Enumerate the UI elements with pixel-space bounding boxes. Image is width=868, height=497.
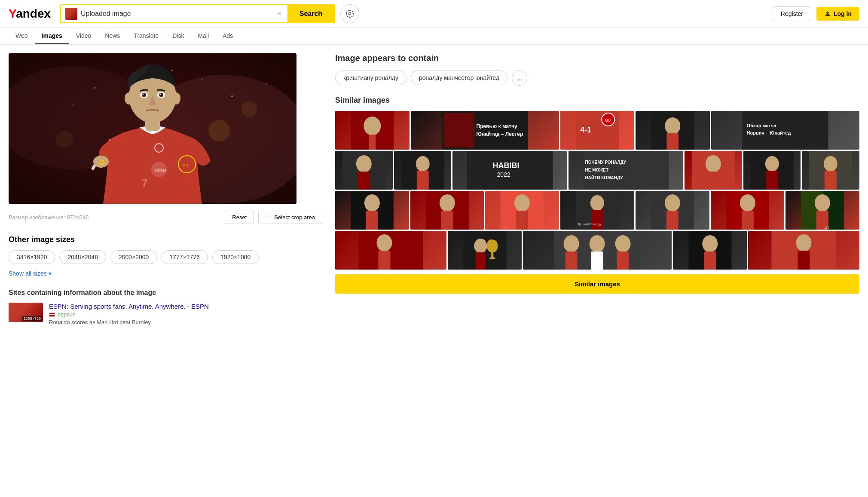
svg-point-86 <box>440 194 455 212</box>
sim-r2-3: Данный Роналду... <box>560 191 634 230</box>
logo[interactable]: Yandex <box>9 7 51 21</box>
svg-text:НЕ МОЖЕТ: НЕ МОЖЕТ <box>585 168 608 172</box>
nav-mail[interactable]: Mail <box>191 28 216 44</box>
search-input-text: Uploaded image <box>81 10 272 18</box>
similar-image-1-3[interactable]: ПОЧЕМУ РОНАЛДУ НЕ МОЖЕТ НАЙТИ КОМАНДУ <box>568 151 683 190</box>
svg-rect-97 <box>666 211 679 230</box>
nav-disk[interactable]: Disk <box>165 28 191 44</box>
site-info: ESPN: Serving sports fans. Anytime. Anyw… <box>49 303 322 325</box>
sim-r1-2: HABIBI 2022 <box>452 151 567 190</box>
size-tag-3[interactable]: 1777×1776 <box>161 250 208 264</box>
similar-image-2-6[interactable]: OT <box>785 191 859 230</box>
size-tag-4[interactable]: 1920×1080 <box>212 250 259 264</box>
svg-rect-61 <box>358 172 370 190</box>
tag-0[interactable]: криштиану роналду <box>335 71 406 85</box>
similar-image-3-0[interactable] <box>335 231 446 270</box>
svg-text:7: 7 <box>142 177 147 189</box>
svg-rect-106 <box>358 231 423 270</box>
svg-rect-81 <box>809 151 852 190</box>
tag-1[interactable]: роналду манчестер юнайтед <box>411 71 507 85</box>
nav-video[interactable]: Video <box>69 28 98 44</box>
size-tag-2[interactable]: 2000×2000 <box>110 250 157 264</box>
size-tag-1[interactable]: 2048×2048 <box>59 250 106 264</box>
more-tags-button[interactable]: ... <box>512 70 527 86</box>
similar-image-0-4[interactable]: Обзор матча Норвич – Юнайтед <box>711 111 859 150</box>
svg-point-24 <box>172 92 180 104</box>
image-tags-row: криштиану роналду роналду манчестер юнай… <box>335 70 859 86</box>
svg-point-76 <box>765 156 779 172</box>
select-crop-button[interactable]: Select crop area <box>258 211 322 224</box>
search-button[interactable]: Search <box>287 5 334 22</box>
sim-img-0-2-svg: 4-1 MU <box>560 111 635 150</box>
svg-rect-46 <box>444 113 474 147</box>
chevron-down-icon: ▾ <box>49 270 52 277</box>
show-all-sizes-button[interactable]: Show all sizes ▾ <box>9 270 52 277</box>
size-tag-0[interactable]: 3416×1920 <box>9 250 55 264</box>
similar-image-1-2[interactable]: HABIBI 2022 <box>452 151 567 190</box>
similar-image-0-2[interactable]: 4-1 MU <box>560 111 635 150</box>
clear-search-button[interactable]: × <box>275 8 283 19</box>
similar-image-0-1[interactable]: Превью к матчу Юнайтед – Лестер <box>411 111 559 150</box>
nav-images[interactable]: Images <box>35 28 69 44</box>
nav-web[interactable]: Web <box>9 28 35 44</box>
similar-image-2-4[interactable] <box>636 191 709 230</box>
svg-rect-118 <box>617 252 629 270</box>
login-button[interactable]: Log in <box>816 7 859 21</box>
similar-image-3-1[interactable] <box>448 231 522 270</box>
svg-point-36 <box>56 131 73 148</box>
svg-point-34 <box>208 120 230 141</box>
sim-r2-4 <box>636 191 709 230</box>
similar-image-1-6[interactable] <box>802 151 859 190</box>
sim-img-0-1-svg: Превью к матчу Юнайтед – Лестер <box>411 111 559 150</box>
svg-point-107 <box>376 234 392 252</box>
svg-point-60 <box>356 155 372 172</box>
similar-image-1-4[interactable] <box>685 151 742 190</box>
svg-rect-111 <box>475 252 486 270</box>
svg-rect-116 <box>591 252 603 270</box>
right-column: Image appears to contain криштиану ронал… <box>335 53 859 325</box>
similar-image-1-5[interactable] <box>743 151 801 190</box>
similar-image-0-0[interactable] <box>335 111 410 150</box>
user-icon <box>824 10 831 17</box>
camera-search-button[interactable] <box>340 4 359 23</box>
logo-andex: andex <box>16 7 51 20</box>
similar-image-3-2[interactable] <box>523 231 671 270</box>
similar-row-0: Превью к матчу Юнайтед – Лестер 4-1 MU <box>335 111 859 150</box>
similar-image-2-1[interactable] <box>410 191 484 230</box>
similar-image-2-0[interactable] <box>335 191 409 230</box>
similar-images-button[interactable]: Similar images <box>335 274 859 294</box>
svg-text:OT: OT <box>825 226 829 230</box>
uploaded-image-container: adidas MU 7 <box>9 53 296 204</box>
similar-image-2-3[interactable]: Данный Роналду... <box>560 191 634 230</box>
similar-image-2-2[interactable] <box>485 191 559 230</box>
similar-image-3-4[interactable] <box>748 231 859 270</box>
svg-point-110 <box>474 239 487 253</box>
similar-image-1-1[interactable] <box>394 151 452 190</box>
register-button[interactable]: Register <box>773 6 811 21</box>
nav-translate[interactable]: Translate <box>127 28 165 44</box>
similar-image-2-5[interactable] <box>711 191 785 230</box>
site-thumbnail: 1296×729 <box>9 303 43 322</box>
svg-text:НАЙТИ КОМАНДУ: НАЙТИ КОМАНДУ <box>585 175 623 180</box>
main-image: adidas MU 7 <box>9 53 296 204</box>
svg-rect-74 <box>707 172 719 190</box>
search-bar: Uploaded image × Search <box>60 4 335 23</box>
sites-section-title: Sites containing information about the i… <box>9 289 322 297</box>
svg-point-1 <box>348 12 351 15</box>
svg-rect-87 <box>441 211 453 230</box>
similar-image-0-3[interactable] <box>636 111 710 150</box>
similar-images-title: Similar images <box>335 96 859 105</box>
svg-rect-65 <box>467 151 553 190</box>
svg-point-19 <box>143 94 144 95</box>
sim-r2-0 <box>335 191 409 230</box>
svg-point-115 <box>590 235 605 252</box>
site-description: Ronaldo scores as Man Utd beat Burnley <box>49 319 322 325</box>
similar-image-3-3[interactable] <box>673 231 747 270</box>
svg-point-63 <box>416 156 429 172</box>
site-link[interactable]: ESPN: Serving sports fans. Anytime. Anyw… <box>49 303 209 310</box>
nav-ads[interactable]: Ads <box>216 28 240 44</box>
nav-news[interactable]: News <box>98 28 127 44</box>
similar-image-1-0[interactable] <box>335 151 393 190</box>
svg-rect-84 <box>366 211 378 230</box>
reset-button[interactable]: Reset <box>225 211 254 224</box>
